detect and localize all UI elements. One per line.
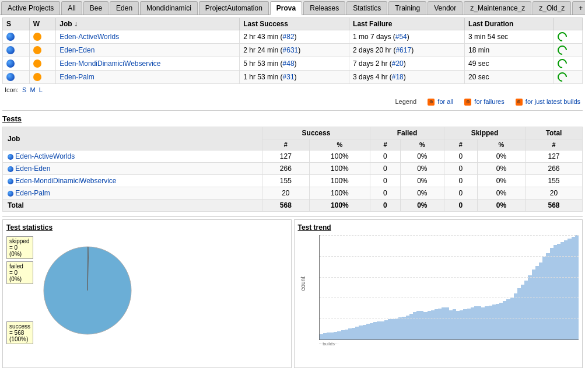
refresh-icon[interactable] — [556, 44, 569, 57]
bar — [575, 235, 579, 340]
status-ball — [6, 46, 15, 54]
tests-table: Job Success Failed Skipped Total # % # %… — [2, 127, 583, 212]
tab-eden[interactable]: Eden — [110, 1, 139, 15]
total-success-pct: 100% — [309, 200, 370, 212]
divider-1 — [2, 110, 583, 111]
col-job: Job ↓ — [56, 18, 240, 30]
pie-legend-failed: failed= 0(0%) — [6, 261, 33, 284]
tab-active-projects[interactable]: Active Projects — [1, 1, 60, 15]
job-name-cell: Eden-Eden — [56, 44, 240, 57]
test-job-link[interactable]: Eden-Eden — [15, 164, 50, 173]
tab-z-maintenance-z[interactable]: z_Maintenance_z — [464, 1, 531, 15]
refresh-icon[interactable] — [556, 71, 569, 84]
failed-count: 0 — [370, 163, 401, 175]
failed-pct: 0% — [400, 163, 444, 175]
tab-prova[interactable]: Prova — [270, 1, 302, 15]
gridline-300 — [320, 277, 579, 278]
tab-projectautomation[interactable]: ProjectAutomation — [199, 1, 269, 15]
legend-rss-area: Legend ⊛ for all ⊛ for failures ⊛ for ju… — [2, 98, 583, 106]
job-name-cell: Eden-MondiDinamiciWebservice — [56, 57, 240, 71]
test-row: Eden-ActiveWorlds 127 100% 0 0% 0 0% 127 — [3, 150, 583, 163]
last-success-link[interactable]: #82 — [283, 33, 295, 41]
test-job-cell: Eden-Eden — [3, 163, 262, 175]
status-ball — [6, 73, 15, 81]
test-statistics-title: Test statistics — [6, 223, 288, 232]
y-axis-count-label: count — [299, 276, 306, 290]
last-success-link[interactable]: #31 — [283, 73, 295, 81]
tests-section: Tests Job Success Failed Skipped Total #… — [2, 114, 583, 212]
test-status-ball — [8, 154, 13, 160]
col-s: S — [3, 18, 30, 30]
rss-for-all-link[interactable]: for all — [437, 98, 453, 105]
total-hash: # — [526, 139, 583, 150]
last-success-link[interactable]: #631 — [283, 46, 299, 54]
icon-size-l[interactable]: L — [39, 86, 43, 93]
test-job-cell: Eden-ActiveWorlds — [3, 150, 262, 163]
test-status-ball — [8, 191, 13, 197]
last-success-link[interactable]: #48 — [283, 60, 295, 68]
refresh-icon[interactable] — [556, 30, 569, 44]
failed-count: 0 — [370, 150, 401, 163]
gridline-400 — [320, 256, 579, 257]
job-status-w — [29, 30, 56, 44]
job-link[interactable]: Eden-Eden — [59, 46, 94, 54]
job-link[interactable]: Eden-Palm — [59, 73, 94, 81]
success-count: 127 — [262, 150, 309, 163]
job-link[interactable]: Eden-ActiveWorlds — [59, 33, 119, 41]
total-skipped-pct: 0% — [477, 200, 525, 212]
job-refresh — [554, 44, 582, 57]
failed-pct: 0% — [400, 187, 444, 200]
status-gear — [33, 60, 41, 68]
tab-vendor[interactable]: Vendor — [428, 1, 463, 15]
tab-releases[interactable]: Releases — [303, 1, 345, 15]
job-last-success: 2 hr 24 min (#631) — [240, 44, 349, 57]
tab-z-old-z[interactable]: z_Old_z — [533, 1, 571, 15]
success-count: 20 — [262, 187, 309, 200]
job-last-success: 5 hr 53 min (#48) — [240, 57, 349, 71]
job-row: Eden-MondiDinamiciWebservice 5 hr 53 min… — [3, 57, 583, 71]
job-row: Eden-ActiveWorlds 2 hr 43 min (#82) 1 mo… — [3, 30, 583, 44]
icon-legend: Icon: S M L — [5, 86, 583, 93]
bars-container — [320, 235, 579, 340]
jobs-table: S W Job ↓ Last Success Last Failure Last… — [2, 18, 583, 84]
job-link[interactable]: Eden-MondiDinamiciWebservice — [59, 60, 160, 68]
tab-training[interactable]: Training — [388, 1, 426, 15]
icon-size-m[interactable]: M — [30, 86, 35, 93]
total-total: 568 — [526, 200, 583, 212]
job-refresh — [554, 57, 582, 71]
pie-chart — [38, 241, 137, 340]
last-failure-link[interactable]: #20 — [392, 60, 404, 68]
pie-legend-success: success= 568(100%) — [6, 321, 33, 344]
test-job-link[interactable]: Eden-ActiveWorlds — [15, 152, 75, 160]
col-actions — [554, 18, 582, 30]
job-refresh — [554, 71, 582, 84]
rss-for-latest-link[interactable]: for just latest builds — [526, 98, 580, 105]
tab--[interactable]: + — [572, 1, 585, 15]
job-last-failure: 1 mo 7 days (#54) — [349, 30, 465, 44]
test-job-link[interactable]: Eden-Palm — [15, 189, 50, 197]
last-failure-link[interactable]: #18 — [392, 73, 404, 81]
status-ball — [6, 60, 15, 68]
test-job-cell: Eden-MondiDinamiciWebservice — [3, 175, 262, 187]
status-ball — [6, 33, 15, 41]
job-last-duration: 49 sec — [465, 57, 554, 71]
test-job-link[interactable]: Eden-MondiDinamiciWebservice — [15, 177, 116, 185]
tab-bee[interactable]: Bee — [83, 1, 108, 15]
refresh-icon[interactable] — [556, 57, 569, 71]
test-row: Eden-Eden 266 100% 0 0% 0 0% 266 — [3, 163, 583, 175]
y-axis-labels: 500 400 300 200 100 0 — [319, 235, 320, 340]
last-failure-link[interactable]: #54 — [395, 33, 407, 41]
job-last-failure: 3 days 4 hr (#18) — [349, 71, 465, 84]
test-status-ball — [8, 178, 13, 184]
tab-mondidinamici[interactable]: Mondidinamici — [140, 1, 198, 15]
success-pct: 100% — [309, 187, 370, 200]
last-failure-link[interactable]: #617 — [395, 46, 411, 54]
job-status-w — [29, 57, 56, 71]
tab-all[interactable]: All — [61, 1, 82, 15]
tab-statistics[interactable]: Statistics — [346, 1, 387, 15]
legend-label: Legend — [395, 98, 416, 105]
skipped-hash: # — [444, 139, 477, 150]
test-row: Eden-MondiDinamiciWebservice 155 100% 0 … — [3, 175, 583, 187]
rss-for-failures-link[interactable]: for failures — [474, 98, 504, 105]
icon-size-s[interactable]: S — [22, 86, 26, 93]
